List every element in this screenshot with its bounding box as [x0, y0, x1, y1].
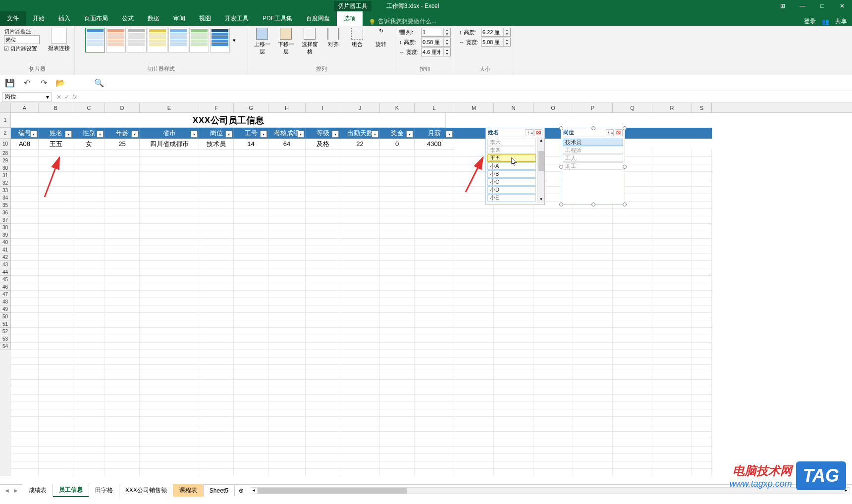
cols-down[interactable]: ▼ — [443, 32, 450, 36]
table-header-cell[interactable]: 性别▾ — [73, 128, 105, 139]
col-header[interactable]: G — [234, 103, 268, 112]
slicer-item[interactable]: 小A — [487, 162, 536, 170]
sheet-tab[interactable]: 课程表 — [173, 484, 204, 497]
btn-height-input[interactable] — [422, 39, 441, 45]
col-header[interactable]: H — [268, 103, 306, 112]
slicer-item[interactable]: 工人 — [563, 154, 623, 162]
tab-review[interactable]: 审阅 — [166, 11, 192, 26]
filter-button[interactable]: ▾ — [131, 131, 138, 138]
tab-home[interactable]: 开始 — [26, 11, 52, 26]
cancel-icon[interactable]: ✕ — [56, 94, 61, 101]
row-header[interactable]: 40 — [0, 239, 11, 246]
row-header[interactable]: 38 — [0, 224, 11, 231]
row-header[interactable]: 31 — [0, 172, 11, 179]
row-header[interactable]: 34 — [0, 194, 11, 202]
btn-width-input[interactable] — [422, 49, 441, 55]
sheet-nav-next-icon[interactable]: ► — [13, 487, 19, 494]
size-width-input[interactable] — [481, 39, 501, 45]
scroll-up-icon[interactable]: ▲ — [538, 137, 544, 144]
tab-dev[interactable]: 开发工具 — [218, 11, 256, 26]
table-cell[interactable]: 0 — [380, 139, 415, 150]
report-connections-button[interactable]: 报表连接 — [48, 28, 70, 52]
bring-forward-button[interactable]: 上移一层 — [252, 28, 272, 55]
col-header[interactable]: D — [105, 103, 140, 112]
clear-filter-icon[interactable]: ⌧ — [615, 129, 623, 136]
slicer-scrollbar[interactable]: ▲ ▼ — [537, 137, 544, 203]
table-header-cell[interactable]: 月薪▾ — [415, 128, 454, 139]
slicer-style-5[interactable] — [168, 28, 188, 52]
row-header[interactable]: 54 — [0, 343, 11, 350]
slicer-styles-more[interactable]: ▾ — [231, 28, 238, 52]
slicer-styles-gallery[interactable]: ▾ — [85, 28, 238, 52]
tell-me-input[interactable]: 告诉我您想要做什么... — [378, 17, 436, 26]
table-cell[interactable]: 14 — [234, 139, 268, 150]
select-all-button[interactable] — [0, 103, 11, 112]
save-icon[interactable]: 💾 — [5, 78, 15, 88]
slicer-item[interactable]: 技术员 — [563, 139, 623, 146]
col-header[interactable]: E — [140, 103, 199, 112]
undo-icon[interactable]: ↶ — [22, 78, 32, 88]
col-header[interactable]: L — [415, 103, 454, 112]
columns-input[interactable] — [422, 29, 441, 35]
fx-icon[interactable]: fx — [72, 94, 77, 101]
selection-pane-button[interactable]: 选择窗格 — [300, 28, 320, 55]
table-cell[interactable]: A08 — [11, 139, 39, 150]
filter-button[interactable]: ▾ — [372, 131, 378, 138]
sheet-nav-prev-icon[interactable]: ◄ — [4, 487, 10, 494]
row-header[interactable]: 52 — [0, 328, 11, 335]
filter-button[interactable]: ▾ — [446, 131, 453, 138]
add-sheet-button[interactable]: ⊕ — [235, 487, 248, 494]
open-icon[interactable]: 📂 — [55, 78, 65, 88]
row-header[interactable]: 36 — [0, 209, 11, 216]
tab-options[interactable]: 选项 — [337, 11, 363, 26]
sheet-tab[interactable]: 成绩表 — [23, 484, 53, 497]
table-header-cell[interactable]: 等级▾ — [306, 128, 340, 139]
tab-layout[interactable]: 页面布局 — [77, 11, 115, 26]
table-cell[interactable]: 4300 — [415, 139, 454, 150]
col-header[interactable]: S — [692, 103, 712, 112]
tab-file[interactable]: 文件 — [0, 11, 26, 26]
slicer-style-4[interactable] — [148, 28, 167, 52]
scroll-down-icon[interactable]: ▼ — [538, 196, 544, 203]
table-cell[interactable]: 25 — [105, 139, 140, 150]
tab-baidu[interactable]: 百度网盘 — [299, 11, 337, 26]
size-height-input[interactable] — [481, 29, 501, 35]
table-cell[interactable]: 王五 — [39, 139, 73, 150]
maximize-button[interactable]: □ — [812, 0, 832, 12]
hscroll-left-icon[interactable]: ◄ — [250, 487, 258, 494]
row-header[interactable]: 45 — [0, 276, 11, 283]
sheet-tab[interactable]: 田字格 — [89, 484, 119, 497]
row-header[interactable]: 41 — [0, 246, 11, 253]
row-header[interactable]: 49 — [0, 305, 11, 313]
filter-button[interactable]: ▾ — [65, 131, 72, 138]
sheet-tab[interactable]: Sheet5 — [204, 485, 235, 496]
col-header[interactable]: A — [11, 103, 39, 112]
row-header[interactable]: 53 — [0, 335, 11, 343]
col-header[interactable]: P — [573, 103, 613, 112]
row-header[interactable]: 42 — [0, 253, 11, 261]
slicer-job[interactable]: 岗位 ⋮≡ ⌧ 技术员 工程师 工人 助工 — [561, 128, 625, 205]
multi-select-icon[interactable]: ⋮≡ — [606, 129, 614, 136]
hscroll-thumb[interactable] — [258, 488, 407, 494]
slicer-item[interactable]: 工程师 — [563, 147, 623, 154]
formula-input[interactable] — [80, 93, 852, 101]
slicer-item[interactable]: 小E — [487, 194, 536, 202]
table-cell[interactable]: 女 — [73, 139, 105, 150]
table-header-cell[interactable]: 姓名▾ — [39, 128, 73, 139]
filter-button[interactable]: ▾ — [191, 131, 198, 138]
row-header[interactable]: 47 — [0, 291, 11, 298]
tab-pdf[interactable]: PDF工具集 — [256, 11, 299, 26]
tab-data[interactable]: 数据 — [141, 11, 166, 26]
row-header[interactable]: 50 — [0, 313, 11, 320]
filter-button[interactable]: ▾ — [406, 131, 413, 138]
row-header[interactable]: 37 — [0, 216, 11, 224]
col-header[interactable]: C — [73, 103, 105, 112]
filter-button[interactable]: ▾ — [30, 131, 37, 138]
col-header[interactable]: K — [380, 103, 415, 112]
row-header[interactable]: 29 — [0, 157, 11, 164]
slicer-item[interactable]: 小C — [487, 178, 536, 186]
table-header-cell[interactable]: 工号▾ — [234, 128, 268, 139]
row-header[interactable]: 48 — [0, 298, 11, 305]
rotate-button[interactable]: ↻旋转 — [371, 28, 391, 55]
slicer-item[interactable]: 小D — [487, 186, 536, 194]
